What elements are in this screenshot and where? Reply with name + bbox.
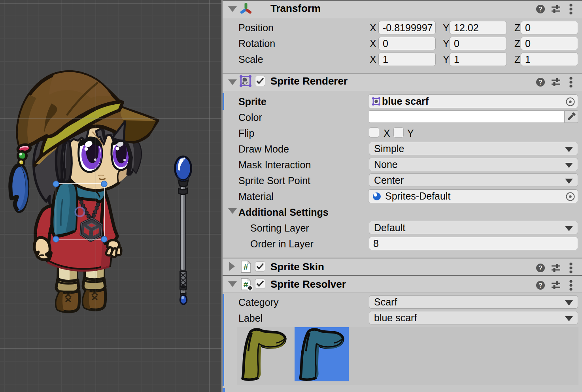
svg-text:?: ? <box>539 265 542 271</box>
svg-text:?: ? <box>539 79 542 86</box>
svg-text:?: ? <box>539 282 542 289</box>
svg-text:?: ? <box>539 6 542 13</box>
